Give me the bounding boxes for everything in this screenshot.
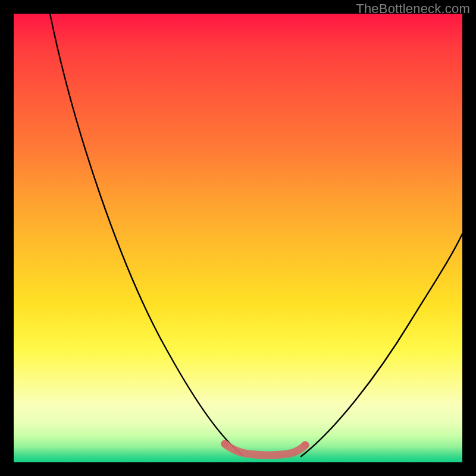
plot-area [14,14,462,462]
valley-endpoint-right-icon [302,441,309,449]
watermark-text: TheBottleneck.com [356,1,470,17]
chart-frame: TheBottleneck.com [0,0,476,476]
curve-layer [14,14,462,462]
valley-band [225,444,305,455]
valley-endpoint-left-icon [221,440,229,448]
right-curve [301,234,462,456]
left-curve [50,14,243,455]
